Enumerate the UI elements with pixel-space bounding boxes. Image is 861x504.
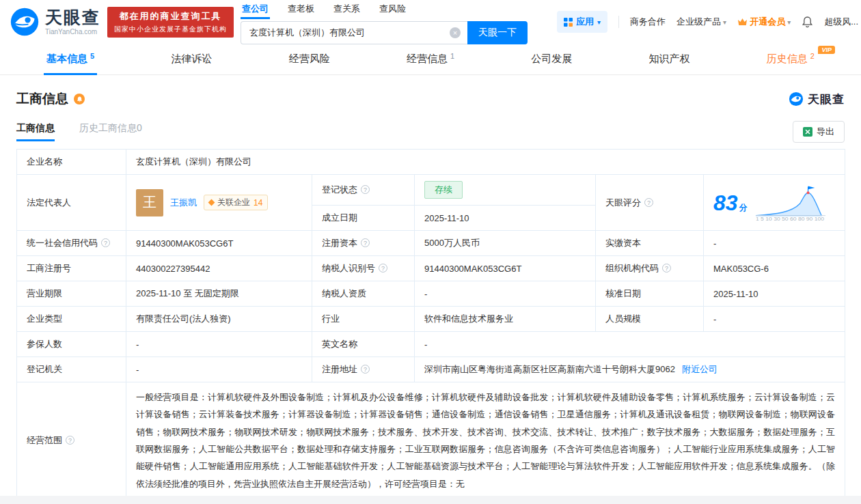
table-row: 统一社会信用代码? 91440300MAK053CG6T 注册资本? 5000万… — [17, 231, 845, 256]
watermark-text: 天眼查 — [808, 92, 845, 107]
table-row: 经营范围? 一般经营项目是：计算机软硬件及外围设备制造；计算机及办公设备维修；计… — [17, 382, 845, 499]
tab-company-development[interactable]: 公司发展 — [528, 44, 575, 74]
related-companies-badge[interactable]: 关联企业 14 — [204, 195, 268, 210]
section-watermark-logo: 天眼查 — [789, 92, 845, 107]
help-icon[interactable]: ? — [361, 185, 370, 194]
export-excel-icon — [803, 127, 812, 137]
table-row: 企业名称 玄度计算机（深圳）有限公司 — [17, 150, 845, 175]
field-label-industry: 行业 — [312, 307, 415, 332]
crown-icon — [737, 18, 748, 26]
search-box: × 天眼一下 — [241, 21, 528, 44]
field-label-company-type: 企业类型 — [17, 307, 126, 332]
score-axis-ticks: 1 5 10 30 50 60 80 90 100 — [756, 216, 825, 221]
nav-business-coop[interactable]: 商务合作 — [630, 16, 666, 28]
top-header: 天眼查 TianYanCha.com 都在用的商业查询工具 国家中小企业发展子基… — [0, 0, 861, 44]
notification-bell-icon[interactable] — [802, 16, 813, 28]
page-bottom-strip — [0, 496, 861, 504]
field-label-approval-date: 核准日期 — [596, 281, 704, 307]
field-value-taxpayer-quality: - — [415, 281, 596, 307]
tab-basic-info[interactable]: 基本信息 5 — [44, 44, 97, 74]
related-companies-count: 14 — [254, 198, 262, 208]
tab-operating-risk[interactable]: 经营风险 — [286, 44, 333, 74]
status-badge: 存续 — [424, 181, 463, 199]
tianyancha-logo-icon — [789, 92, 804, 107]
monitor-alert-icon[interactable] — [74, 94, 85, 104]
score-number: 83分 — [713, 192, 748, 214]
section-title: 工商信息 — [16, 90, 68, 108]
table-row: 登记机关 - 注册地址? 深圳市南山区粤海街道高新区社区高新南六道十号朗科大厦9… — [17, 357, 845, 382]
field-value-org-code: MAK053CG-6 — [704, 256, 845, 281]
field-value-score: 83分 1 5 10 30 50 60 80 90 100 — [704, 175, 845, 231]
help-icon[interactable]: ? — [101, 238, 110, 247]
nearby-companies-link[interactable]: 附近公司 — [682, 364, 718, 374]
search-tab-boss[interactable]: 查老板 — [286, 3, 316, 18]
table-row: 参保人数 - 英文名称 - — [17, 332, 845, 357]
field-value-authority: - — [126, 357, 312, 382]
chevron-down-icon: ▾ — [597, 18, 601, 26]
field-value-english-name: - — [415, 332, 845, 357]
field-label-paid-capital: 实缴资本 — [596, 231, 704, 256]
related-companies-icon — [208, 199, 215, 206]
business-info-table: 企业名称 玄度计算机（深圳）有限公司 法定代表人 王 王振凯 关联企业 14 — [16, 149, 845, 499]
field-label-address: 注册地址? — [312, 357, 415, 382]
table-row: 法定代表人 王 王振凯 关联企业 14 登记状态? — [17, 175, 845, 206]
tab-operating-info[interactable]: 经营信息 1 — [404, 44, 457, 74]
help-icon[interactable]: ? — [361, 365, 370, 374]
nav-open-vip[interactable]: 开通会员 ▾ — [737, 16, 791, 28]
nav-enterprise-product[interactable]: 企业级产品 ▾ — [676, 16, 726, 28]
help-icon[interactable]: ? — [361, 238, 370, 247]
company-section-tabs: 基本信息 5 法律诉讼 经营风险 经营信息 1 公司发展 知识产权 历史信息 2… — [0, 44, 861, 75]
vip-badge: VIP — [818, 46, 835, 54]
field-label-authority: 登记机关 — [17, 357, 126, 382]
legal-rep-name-link[interactable]: 王振凯 — [170, 197, 197, 209]
field-label-insured: 参保人数 — [17, 332, 126, 357]
search-tab-risk[interactable]: 查风险 — [378, 3, 407, 18]
subtab-history-business-info[interactable]: 历史工商信息0 — [79, 122, 142, 141]
field-value-address: 深圳市南山区粤海街道高新区社区高新南六道十号朗科大厦9062附近公司 — [415, 357, 845, 382]
help-icon[interactable]: ? — [66, 436, 74, 445]
field-label-scope: 经营范围? — [17, 382, 126, 499]
legal-rep-avatar[interactable]: 王 — [136, 189, 163, 216]
brand-slogan: 都在用的商业查询工具 国家中小企业发展子基金旗下机构 — [107, 7, 234, 38]
field-label-taxpayer-id: 纳税人识别号? — [312, 256, 415, 281]
field-value-scope: 一般经营项目是：计算机软硬件及外围设备制造；计算机及办公设备维修；计算机软硬件及… — [126, 382, 845, 499]
field-label-reg-no: 工商注册号 — [17, 256, 126, 281]
apps-menu[interactable]: 应用 ▾ — [557, 11, 607, 33]
tianyancha-logo[interactable]: 天眼查 TianYanCha.com — [10, 7, 100, 37]
search-tab-company[interactable]: 查公司 — [241, 3, 270, 18]
help-icon[interactable]: ? — [644, 198, 653, 207]
field-value-establish-date: 2025-11-10 — [415, 206, 596, 231]
search-area: 查公司 查老板 查关系 查风险 × 天眼一下 — [241, 3, 528, 44]
tab-count: 2 — [810, 52, 815, 60]
field-value-reg-status: 存续 — [415, 175, 596, 206]
tab-intellectual-property[interactable]: 知识产权 — [646, 44, 693, 74]
field-value-term: 2025-11-10 至 无固定期限 — [126, 281, 312, 307]
search-tabs: 查公司 查老板 查关系 查风险 — [241, 3, 528, 18]
search-button[interactable]: 天眼一下 — [467, 21, 528, 44]
field-label-establish-date: 成立日期 — [312, 206, 415, 231]
nav-super-risk[interactable]: 超级风... — [824, 16, 858, 28]
field-label-term: 营业期限 — [17, 281, 126, 307]
table-row: 营业期限 2025-11-10 至 无固定期限 纳税人资质 - 核准日期 202… — [17, 281, 845, 307]
field-label-org-code: 组织机构代码? — [596, 256, 704, 281]
field-value-legal-rep: 王 王振凯 关联企业 14 — [126, 175, 312, 231]
export-button[interactable]: 导出 — [793, 121, 845, 143]
help-icon[interactable]: ? — [379, 264, 387, 272]
field-label-english-name: 英文名称 — [312, 332, 415, 357]
field-value-company-type: 有限责任公司(法人独资) — [126, 307, 312, 332]
field-label-company-name: 企业名称 — [17, 150, 126, 175]
search-tab-relation[interactable]: 查关系 — [332, 3, 361, 18]
tab-legal-proceedings[interactable]: 法律诉讼 — [168, 44, 215, 74]
search-input[interactable] — [241, 21, 467, 44]
tab-history-info[interactable]: 历史信息 2 VIP — [764, 44, 817, 74]
field-value-taxpayer-id: 91440300MAK053CG6T — [415, 256, 596, 281]
field-value-approval-date: 2025-11-10 — [704, 281, 845, 307]
subtab-business-info[interactable]: 工商信息 — [16, 122, 55, 141]
clear-icon[interactable]: × — [450, 27, 461, 38]
field-label-taxpayer-quality: 纳税人资质 — [312, 281, 415, 307]
field-value-insured: - — [126, 332, 312, 357]
field-label-reg-capital: 注册资本? — [312, 231, 415, 256]
table-row: 企业类型 有限责任公司(法人独资) 行业 软件和信息技术服务业 人员规模 - — [17, 307, 845, 332]
field-value-paid-capital: - — [704, 231, 845, 256]
help-icon[interactable]: ? — [662, 264, 671, 272]
